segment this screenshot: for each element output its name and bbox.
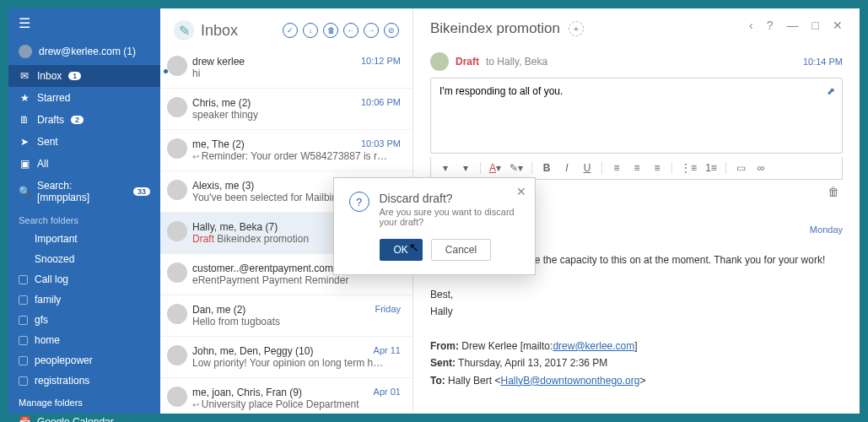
discard-draft-icon[interactable]: 🗑 bbox=[828, 185, 839, 198]
message-subject: hi bbox=[192, 68, 401, 79]
message-avatar bbox=[167, 97, 187, 117]
font-family-dropdown[interactable]: ▾ bbox=[439, 162, 451, 174]
thread-date: Monday bbox=[810, 225, 843, 235]
message-from: John, me, Den, Peggy (10) bbox=[192, 345, 401, 357]
italic-button[interactable]: I bbox=[561, 162, 573, 174]
message-item[interactable]: John, me, Den, Peggy (10)Low priority! Y… bbox=[160, 337, 412, 378]
toolbar-icon-3[interactable]: ← bbox=[343, 23, 359, 38]
toolbar-icon-5[interactable]: ⊘ bbox=[384, 23, 399, 38]
compose-icon[interactable]: ✎ bbox=[174, 20, 194, 41]
message-from: me, joan, Chris, Fran (9) bbox=[192, 387, 401, 398]
message-avatar bbox=[167, 56, 187, 76]
message-item[interactable]: me, The (2)↩ Reminder: Your order W58427… bbox=[160, 130, 412, 171]
subfolder-peoplepower[interactable]: peoplepower bbox=[8, 350, 160, 371]
folder-drafts[interactable]: 🗎Drafts2 bbox=[8, 109, 160, 131]
underline-button[interactable]: U bbox=[581, 162, 593, 174]
subject-text: Bikeindex promotion bbox=[430, 20, 560, 37]
unread-dot-icon bbox=[164, 69, 168, 73]
message-subject: eRentPayment Payment Reminder bbox=[192, 274, 401, 286]
popout-icon[interactable]: ⬈ bbox=[827, 85, 835, 97]
message-avatar bbox=[167, 304, 187, 324]
compose-box[interactable]: I'm responding to all of you. ⬈ bbox=[430, 78, 843, 154]
subfolder-list: ImportantSnoozedCall logfamilygfshomepeo… bbox=[8, 229, 160, 391]
checkbox-icon[interactable] bbox=[19, 295, 28, 305]
subfolder-gfs[interactable]: gfs bbox=[8, 310, 160, 330]
message-item[interactable]: drew kerleehi10:12 PM bbox=[160, 47, 412, 89]
link-button[interactable]: ∞ bbox=[755, 162, 767, 174]
message-time: 10:12 PM bbox=[361, 56, 401, 66]
message-avatar bbox=[167, 345, 187, 365]
subfolder-important[interactable]: Important bbox=[8, 229, 160, 249]
message-item[interactable]: Dan, me (2)Hello from tugboatsFriday bbox=[160, 295, 412, 337]
account-row[interactable]: drew@kerlee.com (1) bbox=[8, 38, 160, 65]
search-folders-header: Search folders bbox=[8, 208, 160, 229]
bottom-link-google-calendar[interactable]: 📅Google Calendar bbox=[8, 411, 160, 422]
mailto-link[interactable]: drew@kerlee.com bbox=[553, 340, 634, 352]
message-time: 10:06 PM bbox=[361, 97, 401, 107]
folder-all[interactable]: ▣All bbox=[8, 153, 160, 175]
folder-inbox[interactable]: ✉Inbox1 bbox=[8, 65, 160, 87]
bold-button[interactable]: B bbox=[541, 162, 553, 174]
toolbar-icon-0[interactable]: ✓ bbox=[283, 23, 298, 38]
folder-search-mmpplans-[interactable]: 🔍Search: [mmpplans]33 bbox=[8, 175, 160, 208]
subfolder-call-log[interactable]: Call log bbox=[8, 269, 160, 289]
draft-label: Draft bbox=[456, 56, 479, 68]
toolbar-icon-1[interactable]: ↓ bbox=[303, 23, 318, 38]
number-list-button[interactable]: 1≡ bbox=[705, 162, 717, 174]
align-right-button[interactable]: ≡ bbox=[651, 162, 663, 174]
subject-line: Bikeindex promotion + bbox=[430, 20, 843, 46]
bottom-links: 📅Google Calendar🗎Google Docs⋯Apps bbox=[8, 411, 160, 422]
align-center-button[interactable]: ≡ bbox=[631, 162, 643, 174]
dialog-text: Are you sure you want to discard your dr… bbox=[380, 207, 520, 227]
toolbar-icon-2[interactable]: 🗑 bbox=[323, 23, 338, 38]
checkbox-icon[interactable] bbox=[19, 376, 28, 386]
folder-starred[interactable]: ★Starred bbox=[8, 87, 160, 109]
checkbox-icon[interactable] bbox=[19, 336, 28, 345]
folder-icon: ✉ bbox=[19, 70, 30, 82]
message-avatar bbox=[167, 221, 187, 241]
app-window: ‹ ? — □ ✕ ☰ drew@kerlee.com (1) ✉Inbox1★… bbox=[8, 8, 860, 414]
font-color-button[interactable]: A▾ bbox=[489, 162, 501, 174]
message-time: Apr 11 bbox=[374, 345, 401, 355]
subfolder-snoozed[interactable]: Snoozed bbox=[8, 249, 160, 269]
cancel-button[interactable]: Cancel bbox=[431, 239, 491, 261]
folder-badge: 1 bbox=[68, 72, 81, 80]
message-avatar bbox=[167, 262, 187, 283]
question-icon: ? bbox=[349, 192, 369, 212]
folder-badge: 2 bbox=[71, 116, 84, 124]
folder-icon: ★ bbox=[19, 92, 30, 104]
checkbox-icon[interactable] bbox=[19, 316, 28, 325]
mailto-link-2[interactable]: HallyB@downtownonthego.org bbox=[500, 375, 639, 387]
image-button[interactable]: ▭ bbox=[735, 162, 747, 174]
subfolder-family[interactable]: family bbox=[8, 289, 160, 310]
toolbar-icon-4[interactable]: → bbox=[364, 23, 379, 38]
add-tag-button[interactable]: + bbox=[569, 21, 584, 36]
message-subject: Hello from tugboats bbox=[192, 316, 401, 327]
discard-draft-dialog: ✕ ? Discard draft? Are you sure you want… bbox=[333, 177, 536, 275]
account-email: drew@kerlee.com (1) bbox=[39, 46, 136, 57]
inbox-toolbar: ✓↓🗑←→⊘ bbox=[283, 23, 399, 38]
font-size-dropdown[interactable]: ▾ bbox=[460, 162, 472, 174]
subfolder-home[interactable]: home bbox=[8, 330, 160, 350]
message-avatar bbox=[167, 387, 187, 407]
align-left-button[interactable]: ≡ bbox=[611, 162, 623, 174]
dialog-close-icon[interactable]: ✕ bbox=[516, 185, 526, 198]
inbox-header: ✎ Inbox ✓↓🗑←→⊘ bbox=[160, 8, 412, 47]
bullet-list-button[interactable]: ⋮≡ bbox=[681, 162, 697, 174]
checkbox-icon[interactable] bbox=[19, 356, 28, 365]
draft-avatar bbox=[430, 52, 449, 71]
ok-button[interactable]: OK bbox=[380, 239, 423, 261]
manage-folders[interactable]: Manage folders bbox=[8, 391, 160, 411]
message-avatar bbox=[167, 180, 187, 200]
checkbox-icon[interactable] bbox=[19, 275, 28, 284]
message-item[interactable]: Chris, me (2)speaker thingy10:06 PM bbox=[160, 89, 412, 130]
message-subject: ↩ Reminder: Your order W584273887 is r… bbox=[192, 150, 401, 162]
dialog-title: Discard draft? bbox=[380, 192, 520, 205]
hamburger-icon[interactable]: ☰ bbox=[8, 8, 160, 38]
highlight-button[interactable]: ✎▾ bbox=[509, 162, 523, 174]
subfolder-registrations[interactable]: registrations bbox=[8, 371, 160, 391]
folder-icon: 🗎 bbox=[19, 114, 30, 126]
folder-sent[interactable]: ➤Sent bbox=[8, 131, 160, 153]
message-subject: Low priority! Your opinion on long term … bbox=[192, 357, 401, 369]
message-item[interactable]: me, joan, Chris, Fran (9)↩ University pl… bbox=[160, 378, 412, 414]
